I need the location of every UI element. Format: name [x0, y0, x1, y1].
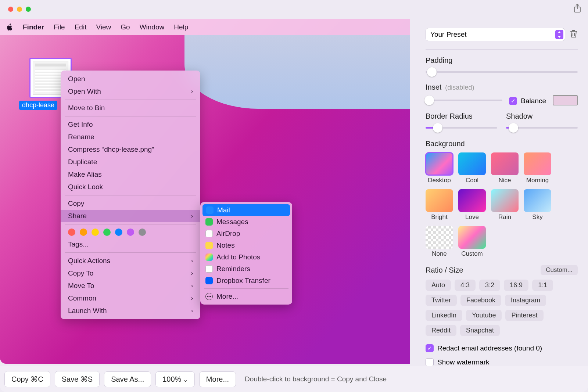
share-item[interactable]: Dropbox Transfer: [200, 275, 292, 287]
preview-canvas[interactable]: Finder File Edit View Go Window Help dhc…: [0, 19, 410, 364]
menu-help[interactable]: Help: [174, 23, 188, 31]
background-option[interactable]: Nice: [491, 152, 519, 184]
ctx-open[interactable]: Open: [61, 73, 200, 85]
ratio-label: Ratio / Size: [426, 266, 463, 274]
more-button[interactable]: More...: [199, 371, 236, 387]
ratio-pill[interactable]: 4:3: [455, 280, 476, 291]
balance-checkbox[interactable]: ✓: [509, 97, 517, 105]
ratio-pill[interactable]: Youtube: [466, 310, 502, 321]
share-more[interactable]: •••More...: [200, 291, 292, 302]
share-item[interactable]: AirDrop: [200, 228, 292, 240]
ctx-share[interactable]: Share›: [61, 210, 200, 222]
ctx-open-with[interactable]: Open With›: [61, 85, 200, 98]
ctx-copy[interactable]: Copy: [61, 197, 200, 210]
ctx-duplicate[interactable]: Duplicate: [61, 156, 200, 168]
ctx-compress[interactable]: Compress “dhcp-lease.png”: [61, 143, 200, 156]
redact-checkbox[interactable]: ✓: [426, 344, 434, 352]
ratio-pill[interactable]: Reddit: [426, 325, 456, 336]
ratio-pill[interactable]: LinkedIn: [426, 310, 462, 321]
background-name: Custom: [458, 250, 486, 258]
ctx-rename[interactable]: Rename: [61, 131, 200, 143]
ctx-move-to[interactable]: Move To›: [61, 280, 200, 292]
background-option[interactable]: Sky: [524, 189, 551, 221]
macos-menubar: Finder File Edit View Go Window Help: [0, 19, 410, 35]
background-option[interactable]: Cool: [458, 152, 486, 184]
ctx-tags[interactable]: Tags...: [61, 238, 200, 251]
bottom-toolbar: Copy ⌘C Save ⌘S Save As... 100% More... …: [0, 366, 588, 392]
save-button[interactable]: Save ⌘S: [55, 371, 100, 387]
share-more-label: More...: [216, 292, 238, 301]
share-icon[interactable]: [573, 4, 581, 15]
tag-color[interactable]: [68, 229, 75, 236]
inset-color-swatch[interactable]: [553, 95, 578, 105]
wallpaper-sky: [184, 35, 410, 109]
ctx-move-to-bin[interactable]: Move to Bin: [61, 102, 200, 114]
border-radius-slider[interactable]: [426, 124, 497, 132]
ratio-custom-button[interactable]: Custom...: [541, 265, 578, 275]
share-item[interactable]: Reminders: [200, 263, 292, 275]
zoom-window[interactable]: [26, 7, 31, 12]
ratio-pills: Auto4:33:216:91:1TwitterFacebookInstagra…: [426, 280, 578, 336]
ratio-pill[interactable]: 3:2: [479, 280, 500, 291]
ratio-pill[interactable]: 1:1: [532, 280, 553, 291]
chevron-right-icon: ›: [191, 213, 193, 219]
ctx-make-alias[interactable]: Make Alias: [61, 168, 200, 181]
menu-view[interactable]: View: [96, 23, 111, 31]
background-name: Sky: [524, 213, 551, 221]
watermark-checkbox[interactable]: [426, 358, 434, 366]
ctx-quick-actions[interactable]: Quick Actions›: [61, 255, 200, 267]
minimize-window[interactable]: [17, 7, 22, 12]
ratio-pill[interactable]: Twitter: [426, 295, 457, 306]
zoom-dropdown[interactable]: 100%: [155, 371, 195, 387]
padding-slider[interactable]: [426, 68, 578, 76]
ctx-copy-to[interactable]: Copy To›: [61, 267, 200, 280]
shadow-label: Shadow: [506, 112, 578, 121]
shadow-slider[interactable]: [506, 124, 578, 132]
ratio-pill[interactable]: Snapchat: [460, 325, 500, 336]
background-name: Love: [458, 213, 486, 221]
ratio-pill[interactable]: Auto: [426, 280, 451, 291]
background-option[interactable]: Desktop: [426, 152, 453, 184]
preset-label: Your Preset: [430, 30, 467, 39]
background-option[interactable]: Rain: [491, 189, 519, 221]
share-item-label: Messages: [216, 218, 248, 226]
tag-color[interactable]: [139, 229, 146, 236]
menu-go[interactable]: Go: [121, 23, 130, 31]
copy-button[interactable]: Copy ⌘C: [4, 371, 50, 387]
share-item[interactable]: Messages: [200, 216, 292, 228]
trash-icon[interactable]: [570, 29, 578, 40]
tag-color[interactable]: [127, 229, 134, 236]
ctx-quick-look[interactable]: Quick Look: [61, 181, 200, 193]
desktop-file-label[interactable]: dhcp-lease: [19, 101, 57, 110]
background-option[interactable]: Love: [458, 189, 486, 221]
close-window[interactable]: [8, 7, 13, 12]
ratio-pill[interactable]: Pinterest: [505, 310, 543, 321]
border-radius-label: Border Radius: [426, 112, 497, 121]
share-item[interactable]: Add to Photos: [200, 251, 292, 263]
ctx-common[interactable]: Common›: [61, 292, 200, 305]
save-as-button[interactable]: Save As...: [104, 371, 151, 387]
tag-color[interactable]: [92, 229, 99, 236]
menu-window[interactable]: Window: [140, 23, 165, 31]
ctx-launch-with[interactable]: Launch With›: [61, 305, 200, 317]
share-item[interactable]: Mail: [202, 204, 290, 216]
background-thumb: [426, 226, 453, 249]
tag-color[interactable]: [80, 229, 87, 236]
background-option[interactable]: Custom: [458, 226, 486, 258]
menu-file[interactable]: File: [54, 23, 65, 31]
inset-slider[interactable]: [426, 97, 502, 104]
ratio-pill[interactable]: Facebook: [460, 295, 501, 306]
background-option[interactable]: Morning: [524, 152, 551, 184]
ratio-pill[interactable]: 16:9: [504, 280, 528, 291]
share-item[interactable]: Notes: [200, 240, 292, 251]
tag-color[interactable]: [115, 229, 122, 236]
menubar-app-name[interactable]: Finder: [23, 23, 44, 31]
ratio-pill[interactable]: Instagram: [505, 295, 546, 306]
preset-select[interactable]: Your Preset: [426, 28, 565, 41]
ctx-get-info[interactable]: Get Info: [61, 118, 200, 131]
background-option[interactable]: Bright: [426, 189, 453, 221]
tag-color[interactable]: [103, 229, 111, 236]
background-name: Morning: [524, 177, 551, 184]
menu-edit[interactable]: Edit: [75, 23, 87, 31]
background-option[interactable]: None: [426, 226, 453, 258]
